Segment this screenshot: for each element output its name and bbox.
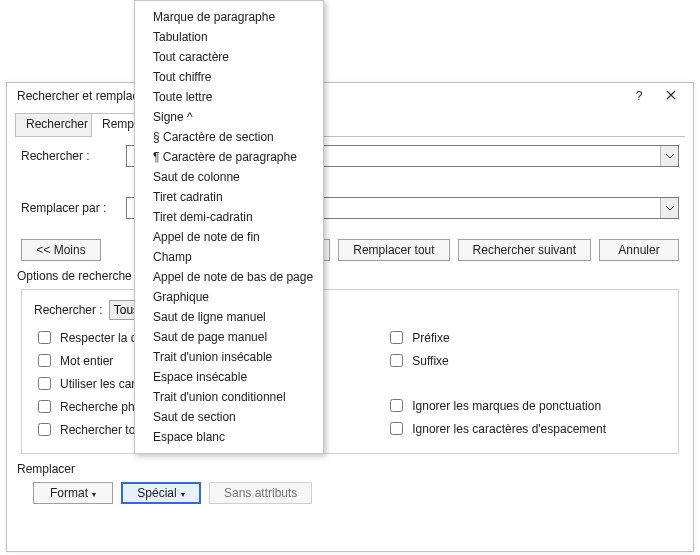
menu-item[interactable]: Toute lettre (137, 87, 321, 107)
action-row: << Moins Remplacer Remplacer tout Recher… (21, 239, 679, 261)
menu-item[interactable]: Signe ^ (137, 107, 321, 127)
menu-item[interactable]: Saut de page manuel (137, 327, 321, 347)
chevron-down-icon: ▾ (181, 490, 185, 499)
replace-section: Remplacer Format▾ Spécial▾ Sans attribut… (21, 462, 679, 504)
special-menu: Marque de paragraphe Tabulation Tout car… (134, 0, 324, 454)
options-columns: Respecter la casse Mot entier Utiliser l… (34, 328, 666, 439)
menu-item[interactable]: Trait d'union insécable (137, 347, 321, 367)
less-button[interactable]: << Moins (21, 239, 101, 261)
check-prefix[interactable]: Préfixe (386, 328, 606, 347)
menu-item[interactable]: Tout chiffre (137, 67, 321, 87)
menu-item[interactable]: Saut de ligne manuel (137, 307, 321, 327)
help-button[interactable]: ? (623, 85, 655, 107)
close-icon (666, 89, 676, 103)
options-box: Rechercher : Tous Respecter la casse Mot… (21, 289, 679, 454)
options-right-col: Préfixe Suffixe Ignorer les marques de p… (386, 328, 606, 439)
help-icon: ? (636, 89, 643, 103)
menu-item[interactable]: Espace blanc (137, 427, 321, 447)
menu-item[interactable]: Tabulation (137, 27, 321, 47)
check-ignore-space[interactable]: Ignorer les caractères d'espacement (386, 419, 606, 438)
menu-item[interactable]: Saut de section (137, 407, 321, 427)
format-button[interactable]: Format▾ (33, 482, 113, 504)
search-scope-label: Rechercher : (34, 303, 103, 317)
close-button[interactable] (655, 85, 687, 107)
titlebar: Rechercher et remplacer ? (7, 83, 693, 109)
replace-all-button[interactable]: Remplacer tout (338, 239, 449, 261)
cancel-button[interactable]: Annuler (599, 239, 679, 261)
bottom-buttons: Format▾ Spécial▾ Sans attributs (33, 482, 679, 504)
menu-item[interactable]: Tiret demi-cadratin (137, 207, 321, 227)
options-title: Options de recherche (17, 269, 679, 283)
find-label: Rechercher : (21, 149, 126, 163)
no-format-button[interactable]: Sans attributs (209, 482, 312, 504)
menu-item[interactable]: ¶ Caractère de paragraphe (137, 147, 321, 167)
menu-item[interactable]: § Caractère de section (137, 127, 321, 147)
find-replace-dialog: Rechercher et remplacer ? Rechercher Rem… (6, 82, 694, 552)
menu-item[interactable]: Tiret cadratin (137, 187, 321, 207)
menu-item[interactable]: Appel de note de bas de page (137, 267, 321, 287)
tab-find[interactable]: Rechercher (15, 113, 99, 137)
menu-item[interactable]: Trait d'union conditionnel (137, 387, 321, 407)
replace-section-title: Remplacer (17, 462, 679, 476)
check-ignore-punct[interactable]: Ignorer les marques de ponctuation (386, 396, 606, 415)
find-next-button[interactable]: Rechercher suivant (458, 239, 591, 261)
search-scope-row: Rechercher : Tous (34, 300, 666, 320)
menu-item[interactable]: Tout caractère (137, 47, 321, 67)
panel: Rechercher : Remplacer par : << Moins Re… (7, 137, 693, 514)
replace-label: Remplacer par : (21, 201, 126, 215)
chevron-down-icon[interactable] (660, 198, 678, 218)
menu-item[interactable]: Graphique (137, 287, 321, 307)
menu-item[interactable]: Espace insécable (137, 367, 321, 387)
chevron-down-icon[interactable] (660, 146, 678, 166)
check-suffix[interactable]: Suffixe (386, 351, 606, 370)
special-button[interactable]: Spécial▾ (121, 482, 201, 504)
tabstrip: Rechercher Remplacer Atteindre (15, 113, 685, 137)
menu-item[interactable]: Marque de paragraphe (137, 7, 321, 27)
replace-row: Remplacer par : (21, 197, 679, 219)
find-row: Rechercher : (21, 145, 679, 167)
menu-item[interactable]: Saut de colonne (137, 167, 321, 187)
menu-item[interactable]: Champ (137, 247, 321, 267)
chevron-down-icon: ▾ (92, 490, 96, 499)
menu-item[interactable]: Appel de note de fin (137, 227, 321, 247)
